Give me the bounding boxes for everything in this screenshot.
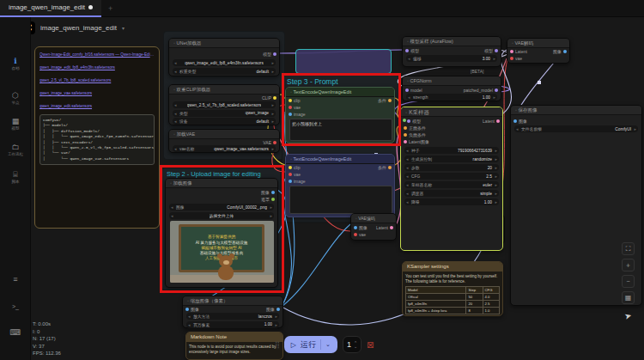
run-button[interactable]: ▷ 运行 ⌄ xyxy=(284,336,337,353)
keyboard-icon: ⌨ xyxy=(0,328,31,337)
new-tab-button[interactable]: + xyxy=(108,4,112,13)
input-latent-image[interactable]: Latent图像 xyxy=(404,138,429,144)
output-conditioning[interactable]: 条件 xyxy=(378,164,392,170)
chevron-down-icon[interactable]: ⌄ xyxy=(325,341,331,348)
pointer-tool-icon[interactable]: ➤ xyxy=(621,309,635,322)
input-vae[interactable]: vae xyxy=(289,104,301,110)
output-image[interactable]: 图像 xyxy=(553,48,567,54)
widget-seed[interactable]: 种子791906642731639 xyxy=(404,147,499,154)
output-image[interactable]: 图像 xyxy=(266,306,280,312)
output-mask[interactable]: 遮罩 xyxy=(261,196,275,202)
output-clip[interactable]: CLIP xyxy=(262,95,276,101)
model-link[interactable]: qwen_2.5_vl_7b_fp8_scaled.safetensors xyxy=(39,77,155,83)
sidebar-item-nodes[interactable]: ⬡ 节点 xyxy=(0,91,31,105)
sidebar-item-templates[interactable]: ⌸ 脚本 xyxy=(0,170,31,184)
widget-unet-name[interactable]: qwen_image_edit_fp8_e4m3fn.safetensors xyxy=(173,59,276,66)
node-dualclip-loader[interactable]: 双重CLIP加载器 CLIP qwen_2.5_vl_7b_fp8_scaled… xyxy=(168,84,280,125)
node-vae-loader[interactable]: 加载VAE VAE vae名称qwen_image_vae.safetensor… xyxy=(168,129,280,153)
node-model-sampling-auraflow[interactable]: 模型采样 (AuraFlow) 模型 模型 偏移3.00 xyxy=(402,36,501,67)
widget-image-file[interactable]: 图像ComfyUI_00002_.png xyxy=(169,204,274,211)
widget-scheduler[interactable]: 调度器simple xyxy=(404,190,499,197)
comfyui-canvas[interactable]: Step 3 - Prompt Step 2 - Upload image fo… xyxy=(0,0,644,360)
node-vae-decode[interactable]: VAE解码 Latent vae 图像 xyxy=(507,38,570,64)
widget-denoise[interactable]: 降噪1.00 xyxy=(404,198,499,205)
node-cfgnorm[interactable]: CFGNorm model patched_model strength1.00 xyxy=(402,76,501,101)
minimap-button[interactable]: ▦ xyxy=(622,291,635,304)
sidebar-logs-button[interactable]: ≡ xyxy=(0,275,31,284)
node-vae-encode[interactable]: VAE编码 图像 vae Latent xyxy=(350,213,397,241)
widget-clip-device[interactable]: 设备default xyxy=(173,118,276,125)
tab-workflow[interactable]: image_qwen_image_edit xyxy=(0,0,101,17)
fit-view-button[interactable]: ⛶ xyxy=(622,242,635,255)
input-vae[interactable]: vae xyxy=(289,171,301,177)
collapsed-node[interactable] xyxy=(295,49,392,74)
sidebar-shortcuts-button[interactable]: ⌨ xyxy=(0,328,31,337)
widget-clip-name[interactable]: qwen_2.5_vl_7b_fp8_scaled.safetensors xyxy=(173,101,276,108)
chevron-down-icon: ⌄ xyxy=(354,345,357,348)
widget-megapixels[interactable]: 百万像素1.00 xyxy=(186,321,279,328)
sidebar-item-models[interactable]: ▦ 模型 xyxy=(0,117,31,131)
batch-count-stepper[interactable]: 1 ⌃⌄ xyxy=(343,336,361,353)
model-link[interactable]: Qwen-Image-Edit_comfy_bf16.safetensors —… xyxy=(39,52,155,58)
input-clip[interactable]: clip xyxy=(289,97,301,103)
node-ksampler[interactable]: K采样器 模型 正面条件 负面条件 Latent图像 Latent 种子7919… xyxy=(400,107,503,251)
input-model[interactable]: 模型 xyxy=(405,47,419,53)
prompt-textarea[interactable] xyxy=(289,186,392,214)
widget-clip-type[interactable]: 类型qwen_image xyxy=(173,110,276,117)
models-note[interactable]: Qwen-Image-Edit_comfy_bf16.safetensors —… xyxy=(34,46,160,229)
input-model[interactable]: model xyxy=(405,87,422,93)
node-unet-loader[interactable]: UNet加载器 模型 qwen_image_edit_fp8_e4m3fn.sa… xyxy=(168,38,280,76)
input-model[interactable]: 模型 xyxy=(407,118,421,124)
input-positive[interactable]: 正面条件 xyxy=(404,125,426,131)
sidebar-terminal-button[interactable]: >_ xyxy=(0,302,31,311)
chevron-down-icon[interactable]: ▾ xyxy=(122,25,125,31)
output-latent[interactable]: Latent xyxy=(376,224,393,230)
node-image-scale[interactable]: 缩放图像（像素） 图像 图像 放大方法lanczos 百万像素1.00 xyxy=(182,296,283,328)
workflow-title[interactable]: image_qwen_image_edit xyxy=(40,24,117,32)
output-model[interactable]: 模型 xyxy=(484,47,498,53)
widget-cfg[interactable]: CFG2.5 xyxy=(404,173,499,180)
zoom-out-button[interactable]: － xyxy=(622,275,635,288)
input-image[interactable]: 图像 xyxy=(354,224,368,230)
prompt-textarea[interactable]: 把小熊移到桌上 xyxy=(289,119,392,141)
input-image[interactable]: image xyxy=(289,178,306,184)
input-negative[interactable]: 负面条件 xyxy=(404,131,426,137)
clear-queue-icon[interactable]: ⊠ xyxy=(367,340,374,350)
widget-control-after-generate[interactable]: 生成后控制randomize xyxy=(404,156,499,162)
model-link[interactable]: qwen_image_vae.safetensors xyxy=(39,90,155,96)
input-vae[interactable]: vae xyxy=(354,231,366,237)
widget-sampler-name[interactable]: 采样器名称euler xyxy=(404,181,499,188)
output-image[interactable]: 图像 xyxy=(261,189,275,195)
zoom-in-button[interactable]: ＋ xyxy=(622,259,635,272)
node-markdown-note[interactable]: Markdown Note This node is to avoid poor… xyxy=(185,332,283,360)
widget-filename-prefix[interactable]: 文件名前缀ComfyUI xyxy=(514,125,638,132)
input-latent[interactable]: Latent xyxy=(510,48,527,54)
node-load-image[interactable]: 加载图像 图像 遮罩 图像ComfyUI_00002_.png 选择文件上传 基… xyxy=(165,178,278,288)
widget-shift[interactable]: 偏移3.00 xyxy=(406,55,497,62)
input-image[interactable]: image xyxy=(289,111,306,117)
node-text-encode-positive[interactable]: TextEncodeQwenImageEdit clip vae image 条… xyxy=(285,87,395,143)
sidebar-item-workflows[interactable]: 🗀 工作流程 xyxy=(0,143,31,156)
widget-steps[interactable]: 步数20 xyxy=(404,164,499,171)
node-ksampler-settings-note[interactable]: KSampler settings You can test until you… xyxy=(402,261,503,316)
input-image[interactable]: 图像 xyxy=(185,306,199,312)
upload-button[interactable]: 选择文件上传 xyxy=(169,212,274,219)
node-title: 缩放图像（像素） xyxy=(183,296,283,306)
node-text-encode-negative[interactable]: TextEncodeQwenImageEdit clip vae image 条… xyxy=(285,154,395,217)
output-conditioning[interactable]: 条件 xyxy=(378,97,392,103)
input-image[interactable]: 图像 xyxy=(513,118,527,124)
widget-vae-name[interactable]: vae名称qwen_image_vae.safetensors xyxy=(173,145,276,152)
output-vae[interactable]: VAE xyxy=(263,139,276,145)
drag-handle[interactable]: ⣿ xyxy=(275,341,279,349)
model-link[interactable]: qwen_image_edit_fp8_e4m3fn.safetensors xyxy=(39,64,155,70)
output-latent[interactable]: Latent xyxy=(483,118,500,124)
widget-strength[interactable]: strength1.00 xyxy=(406,94,497,101)
input-vae[interactable]: vae xyxy=(510,55,522,61)
output-model[interactable]: 模型 xyxy=(263,51,276,57)
widget-upscale-method[interactable]: 放大方法lanczos xyxy=(186,313,279,320)
sidebar-item-archive[interactable]: ℹ 存档 xyxy=(0,57,31,70)
output-patched-model[interactable]: patched_model xyxy=(464,87,498,93)
widget-weight-dtype[interactable]: 权重类型default xyxy=(173,68,276,75)
input-clip[interactable]: clip xyxy=(289,164,301,170)
model-link[interactable]: qwen_image_edit.safetensors xyxy=(39,103,155,109)
